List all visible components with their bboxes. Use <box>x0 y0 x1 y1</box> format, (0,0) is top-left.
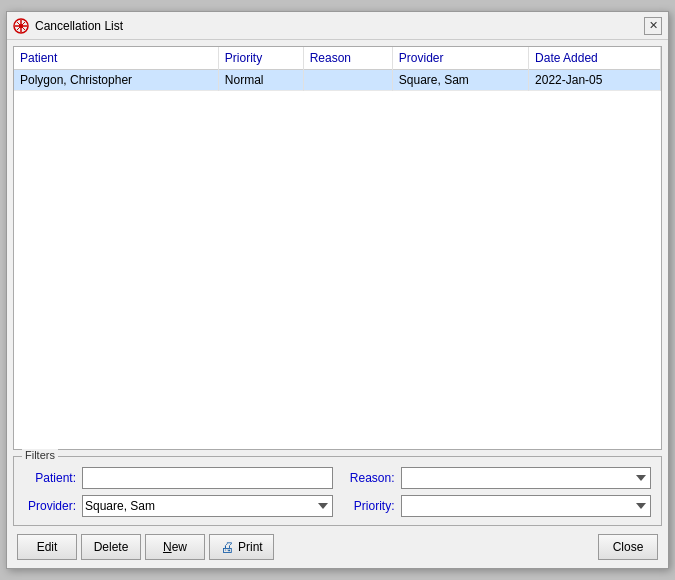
provider-filter-label: Provider: <box>24 499 76 513</box>
cancellation-table: Patient Priority Reason Provider Date Ad… <box>14 47 661 91</box>
patient-filter-label: Patient: <box>24 471 76 485</box>
table-header: Patient Priority Reason Provider Date Ad… <box>14 47 661 70</box>
footer-buttons: Edit Delete New 🖨 Print Close <box>13 532 662 562</box>
print-label: Print <box>238 540 263 554</box>
table-header-row: Patient Priority Reason Provider Date Ad… <box>14 47 661 70</box>
patient-filter-row: Patient: <box>24 467 333 489</box>
provider-filter-row: Provider: Square, Sam <box>24 495 333 517</box>
new-button[interactable]: New <box>145 534 205 560</box>
table-container: Patient Priority Reason Provider Date Ad… <box>13 46 662 450</box>
priority-filter-row: Priority: <box>343 495 652 517</box>
cell-date-added: 2022-Jan-05 <box>529 70 661 91</box>
col-reason: Reason <box>303 47 392 70</box>
priority-filter-label: Priority: <box>343 499 395 513</box>
col-date-added: Date Added <box>529 47 661 70</box>
col-patient: Patient <box>14 47 218 70</box>
filters-section: Filters Patient: Reason: Provider: <box>13 456 662 526</box>
patient-filter-input[interactable] <box>82 467 333 489</box>
footer-left-buttons: Edit Delete New 🖨 Print <box>17 534 274 560</box>
content-area: Patient Priority Reason Provider Date Ad… <box>7 40 668 568</box>
print-icon: 🖨 <box>220 539 234 555</box>
window-icon <box>13 18 29 34</box>
filters-legend: Filters <box>22 449 58 461</box>
priority-filter-select[interactable] <box>401 495 652 517</box>
filters-grid: Patient: Reason: Provider: Square, Sam <box>24 467 651 517</box>
provider-filter-select[interactable]: Square, Sam <box>82 495 333 517</box>
cell-patient: Polygon, Christopher <box>14 70 218 91</box>
edit-label: Edit <box>37 540 58 554</box>
main-window: Cancellation List ✕ Patient Priority Rea… <box>6 11 669 569</box>
edit-button[interactable]: Edit <box>17 534 77 560</box>
delete-label: Delete <box>94 540 129 554</box>
svg-point-5 <box>19 24 23 28</box>
print-button[interactable]: 🖨 Print <box>209 534 274 560</box>
cell-priority: Normal <box>218 70 303 91</box>
col-priority: Priority <box>218 47 303 70</box>
window-title: Cancellation List <box>35 19 123 33</box>
close-button[interactable]: Close <box>598 534 658 560</box>
reason-filter-label: Reason: <box>343 471 395 485</box>
col-provider: Provider <box>392 47 528 70</box>
cell-reason <box>303 70 392 91</box>
table-body: Polygon, Christopher Normal Square, Sam … <box>14 70 661 91</box>
reason-filter-row: Reason: <box>343 467 652 489</box>
title-bar-left: Cancellation List <box>13 18 123 34</box>
close-label: Close <box>613 540 644 554</box>
table-row[interactable]: Polygon, Christopher Normal Square, Sam … <box>14 70 661 91</box>
title-bar: Cancellation List ✕ <box>7 12 668 40</box>
reason-filter-select[interactable] <box>401 467 652 489</box>
window-close-button[interactable]: ✕ <box>644 17 662 35</box>
delete-button[interactable]: Delete <box>81 534 141 560</box>
cell-provider: Square, Sam <box>392 70 528 91</box>
new-label-text: New <box>163 540 187 554</box>
